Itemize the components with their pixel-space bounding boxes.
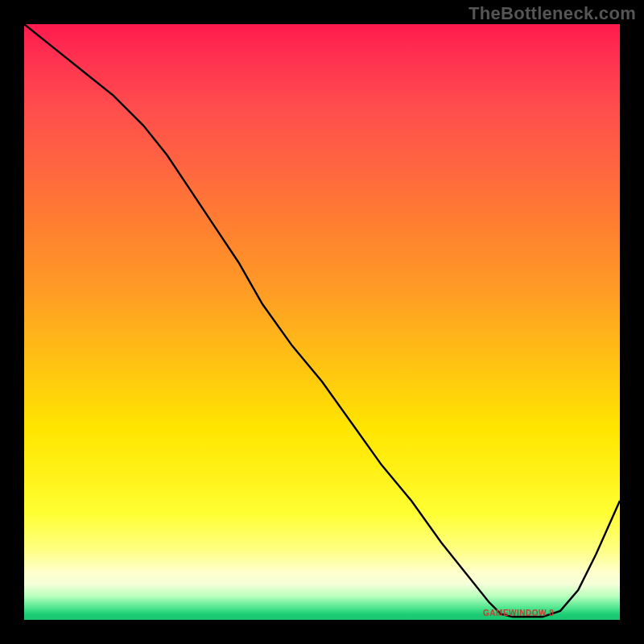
gamewindow-8-label: GAMEWINDOW 8 — [483, 609, 554, 617]
plot-area: GAMEWINDOW 8 — [24, 24, 620, 620]
chart-frame: TheBottleneck.com GAMEWINDOW 8 — [0, 0, 644, 644]
bottleneck-curve — [24, 24, 620, 617]
chart-svg — [24, 24, 620, 620]
watermark-text: TheBottleneck.com — [469, 3, 636, 24]
